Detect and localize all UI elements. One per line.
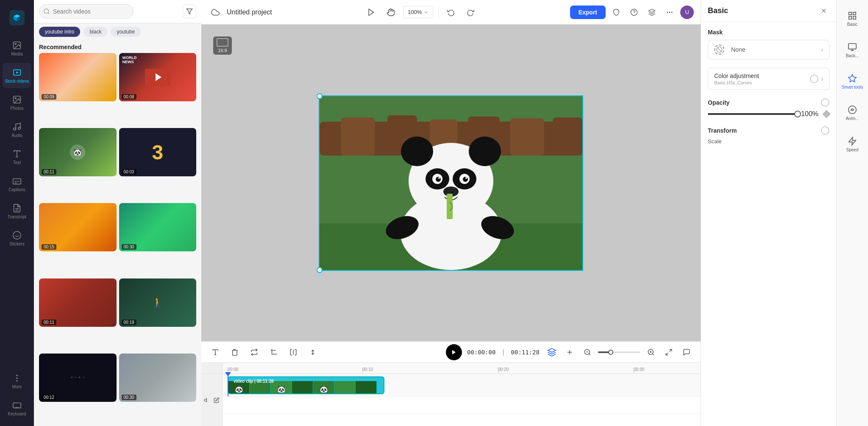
video-duration-2: 00:08	[122, 94, 136, 100]
panda-image	[320, 96, 582, 270]
layers-icon[interactable]	[645, 5, 659, 19]
color-adjustment-section: Color adjustment Basic,HSL,Curves ›	[708, 68, 829, 90]
shield-icon[interactable]	[609, 5, 623, 19]
help-icon[interactable]	[627, 5, 641, 19]
svg-rect-70	[849, 12, 851, 14]
svg-point-39	[401, 136, 433, 166]
mask-selector[interactable]: None ›	[708, 40, 829, 59]
zoom-out-icon[interactable]	[580, 345, 595, 359]
crop-button[interactable]	[267, 345, 281, 359]
smart-tool-basic[interactable]: Basic	[838, 3, 867, 34]
filter-button[interactable]	[183, 5, 196, 18]
panel-title: Basic	[708, 6, 728, 15]
opacity-slider[interactable]	[708, 113, 798, 115]
svg-point-45	[436, 177, 441, 182]
redo-button[interactable]	[463, 5, 478, 19]
clip-thumb-7	[356, 381, 377, 394]
comment-icon[interactable]	[679, 345, 694, 359]
color-adj-toggle[interactable]	[810, 75, 818, 83]
svg-point-27	[672, 12, 673, 13]
app-container: Media Stock videos Photos Audio Text Cap…	[0, 0, 868, 426]
smart-tool-speed[interactable]: Speed	[838, 129, 867, 159]
more-options-icon[interactable]	[662, 5, 677, 19]
zoom-selector[interactable]: 100%	[403, 6, 433, 18]
keyframe-diamond-icon[interactable]	[822, 110, 831, 118]
resize-handle-tl[interactable]	[317, 93, 323, 99]
sidebar-item-transcript[interactable]: Transcript	[3, 198, 31, 224]
panel-close-button[interactable]: ✕	[818, 5, 829, 17]
video-thumb-7[interactable]: 00:11	[39, 278, 117, 327]
tag-youtube[interactable]: youtube	[111, 27, 141, 37]
fullscreen-icon[interactable]	[662, 345, 676, 359]
sidebar-item-stock-videos[interactable]: Stock videos	[3, 63, 31, 88]
export-button[interactable]: Export	[570, 6, 606, 19]
edit-button[interactable]	[213, 394, 221, 407]
ruler-mark-00: 00:00	[228, 367, 238, 372]
sidebar-item-keyboard[interactable]: Keyboard	[3, 395, 31, 421]
zoom-slider[interactable]	[598, 351, 640, 353]
opacity-toggle[interactable]	[821, 98, 829, 107]
playhead[interactable]	[228, 374, 228, 396]
color-adjustment-row[interactable]: Color adjustment Basic,HSL,Curves ›	[708, 68, 829, 90]
sidebar-item-captions[interactable]: Captions	[3, 171, 31, 197]
video-thumb-10[interactable]: 00:30	[119, 354, 197, 402]
video-thumb-1[interactable]: 00:09	[39, 53, 117, 101]
sidebar-item-audio[interactable]: Audio	[3, 117, 31, 142]
sidebar-item-more[interactable]: More	[3, 368, 31, 394]
header-left: Untitled project	[208, 5, 272, 19]
svg-marker-4	[16, 71, 19, 74]
split-button[interactable]	[306, 345, 320, 359]
zoom-slider-thumb[interactable]	[608, 350, 613, 355]
flip-button[interactable]	[286, 345, 300, 359]
sidebar-item-stickers[interactable]: Stickers	[3, 226, 31, 251]
transform-toggle[interactable]	[821, 126, 829, 135]
ai-tool-button[interactable]	[545, 345, 559, 359]
header-center: 100%	[277, 5, 565, 19]
svg-line-66	[666, 353, 668, 355]
video-clip-block[interactable]: video clip | 00:11:28 🐼 🐼 🐼	[228, 376, 384, 394]
search-input[interactable]	[39, 4, 134, 19]
center-align-icon[interactable]	[562, 345, 577, 359]
video-thumb-8[interactable]: 🚶 00:19	[119, 278, 197, 327]
volume-button[interactable]	[203, 394, 211, 407]
smart-tool-animation[interactable]: Anim...	[838, 97, 867, 128]
text-tool-button[interactable]	[208, 345, 223, 359]
video-thumb-4[interactable]: 3 00:03	[119, 128, 197, 176]
undo-button[interactable]	[444, 5, 458, 19]
avatar[interactable]: U	[680, 6, 694, 19]
smart-tool-smart[interactable]: Smart tools	[838, 66, 867, 97]
tag-youtube-intro[interactable]: youtube intro	[39, 27, 80, 37]
play-button[interactable]	[446, 344, 462, 360]
opacity-label: Opacity	[708, 99, 729, 106]
sidebar-item-photos[interactable]: Photos	[3, 90, 31, 115]
loop-button[interactable]	[247, 345, 262, 359]
video-thumb-3[interactable]: 🐼 00:11	[39, 128, 117, 176]
smart-tool-basic-label: Basic	[847, 22, 857, 27]
smart-tool-background[interactable]: Back...	[838, 35, 867, 65]
color-adjustment-label: Color adjustment	[714, 72, 759, 79]
sidebar-item-media[interactable]: Media	[3, 36, 31, 61]
hand-tool-icon[interactable]	[384, 5, 398, 19]
video-thumb-5[interactable]: 00:15	[39, 203, 117, 251]
svg-rect-30	[341, 117, 375, 156]
delete-button[interactable]	[228, 345, 242, 359]
video-thumb-2[interactable]: WORLDNEWS 00:08	[119, 53, 197, 101]
cloud-save-icon[interactable]	[208, 5, 223, 19]
svg-point-15	[17, 378, 17, 379]
smart-tool-animation-label: Anim...	[846, 116, 859, 121]
sidebar-item-text[interactable]: Text	[3, 144, 31, 170]
video-thumb-6[interactable]: 00:30	[119, 203, 197, 251]
svg-point-22	[631, 9, 637, 15]
video-thumb-9[interactable]: ✦ ✧ ✦ ✧ 00:12	[39, 354, 117, 402]
time-separator: |	[502, 348, 504, 356]
opacity-slider-thumb[interactable]	[794, 111, 801, 117]
play-mode-icon[interactable]	[364, 5, 378, 19]
search-wrapper	[39, 4, 179, 19]
zoom-in-icon[interactable]	[644, 345, 658, 359]
resize-handle-bl[interactable]	[317, 267, 323, 273]
clip-thumb-6	[334, 381, 356, 394]
svg-marker-24	[649, 9, 655, 12]
svg-rect-35	[553, 117, 582, 156]
track-content: 00:00 00:10 00:20 00:30	[223, 363, 701, 426]
tag-black[interactable]: black	[83, 27, 107, 37]
